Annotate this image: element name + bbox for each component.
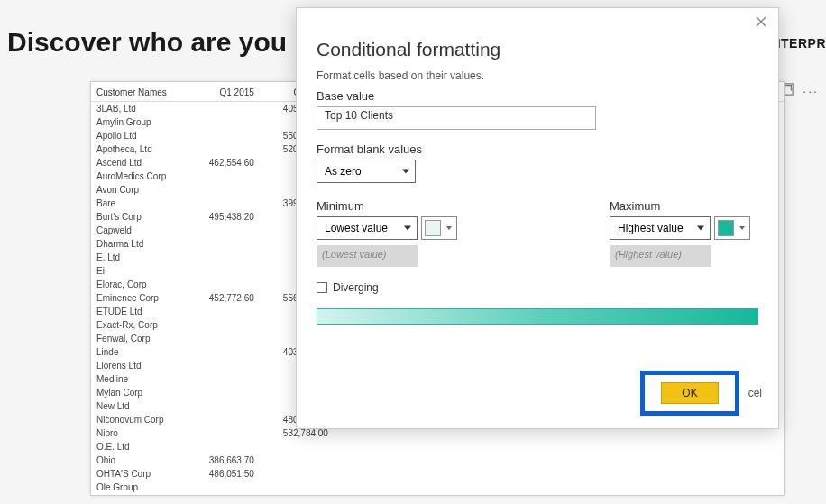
table-row[interactable]: OHTA'S Corp486,051.50 [91, 467, 784, 481]
dialog-title: Conditional formatting [317, 39, 758, 60]
chevron-down-icon [739, 226, 745, 230]
customer-name-cell: O.E. Ltd [91, 440, 186, 454]
column-header[interactable]: Customer Names [91, 82, 186, 102]
value-cell [186, 237, 260, 251]
diverging-checkbox[interactable]: Diverging [317, 281, 758, 294]
value-cell [186, 399, 260, 413]
ok-button[interactable]: OK [661, 382, 718, 404]
maximum-select[interactable]: Highest value [610, 216, 711, 240]
customer-name-cell: Burt's Corp [91, 210, 186, 224]
ok-button-highlight: OK [640, 371, 739, 416]
value-cell [186, 481, 260, 494]
table-row[interactable]: OUR Ltd443,962.10386,630.20 [91, 494, 784, 496]
table-row[interactable]: O.E. Ltd [91, 440, 784, 454]
customer-name-cell: E. Ltd [91, 251, 186, 264]
customer-name-cell: Elorac, Corp [91, 278, 186, 291]
value-cell [186, 251, 260, 264]
value-cell [482, 494, 555, 496]
value-cell [186, 170, 260, 183]
customer-name-cell: OHTA'S Corp [91, 467, 186, 481]
minimum-color-swatch [425, 220, 441, 236]
value-cell: 386,630.20 [260, 494, 334, 496]
customer-name-cell: 3LAB, Ltd [91, 102, 186, 116]
page-title: Discover who are you [7, 27, 287, 58]
minimum-input-disabled: (Lowest value) [317, 245, 418, 267]
table-row[interactable]: Ole Group [91, 481, 784, 494]
customer-name-cell: Niconovum Corp [91, 413, 186, 426]
value-cell [703, 440, 784, 454]
value-cell: 495,438.20 [186, 210, 260, 224]
customer-name-cell: Ohio [91, 454, 186, 467]
more-icon[interactable]: ··· [803, 84, 819, 98]
value-cell [186, 386, 260, 399]
value-cell [408, 481, 482, 494]
value-cell [334, 467, 408, 481]
value-cell: 386,663.70 [186, 454, 260, 467]
value-cell [186, 142, 260, 156]
value-cell: 486,051.50 [186, 467, 260, 481]
checkbox-icon [317, 282, 327, 293]
customer-name-cell: Capweld [91, 224, 186, 237]
column-header[interactable]: Q1 2015 [186, 82, 260, 102]
value-cell [703, 481, 784, 494]
value-cell [186, 129, 260, 142]
customer-name-cell: Ole Group [91, 481, 186, 494]
minimum-color-button[interactable] [421, 216, 457, 240]
value-cell [186, 426, 260, 440]
customer-name-cell: Exact-Rx, Corp [91, 318, 186, 332]
value-cell [703, 467, 784, 481]
close-icon[interactable] [755, 15, 769, 30]
base-value-field[interactable]: Top 10 Clients [317, 106, 596, 130]
value-cell [186, 264, 260, 278]
maximum-input-disabled: (Highest value) [610, 245, 711, 267]
value-cell [555, 467, 629, 481]
value-cell [260, 454, 334, 467]
gradient-preview [317, 308, 758, 325]
table-row[interactable]: Ohio386,663.70 [91, 454, 784, 467]
value-cell [334, 481, 408, 494]
cancel-button[interactable]: cel [748, 387, 762, 399]
value-cell: 462,554.60 [186, 156, 260, 170]
value-cell [629, 454, 703, 467]
customer-name-cell: Linde [91, 345, 186, 359]
customer-name-cell: Ascend Ltd [91, 156, 186, 170]
value-cell [260, 467, 334, 481]
chevron-down-icon [402, 170, 409, 174]
value-cell [186, 197, 260, 210]
base-value-label: Base value [317, 89, 758, 103]
value-cell [703, 494, 784, 496]
customer-name-cell: Eminence Corp [91, 291, 186, 305]
value-cell [186, 305, 260, 318]
maximum-color-button[interactable] [714, 216, 750, 240]
value-cell [334, 440, 408, 454]
value-cell [334, 454, 408, 467]
value-cell [482, 440, 555, 454]
customer-name-cell: Apotheca, Ltd [91, 142, 186, 156]
value-cell [186, 332, 260, 345]
value-cell [629, 440, 703, 454]
value-cell [482, 454, 555, 467]
value-cell [703, 454, 784, 467]
minimum-select[interactable]: Lowest value [317, 216, 418, 240]
value-cell [186, 183, 260, 197]
value-cell [629, 494, 703, 496]
minimum-label: Minimum [317, 199, 465, 213]
chevron-down-icon [446, 226, 452, 230]
value-cell [555, 454, 629, 467]
value-cell [555, 481, 629, 494]
value-cell [260, 440, 334, 454]
value-cell [482, 467, 555, 481]
value-cell [186, 372, 260, 386]
value-cell [408, 494, 482, 496]
customer-name-cell: AuroMedics Corp [91, 170, 186, 183]
value-cell [334, 494, 408, 496]
customer-name-cell: ETUDE Ltd [91, 305, 186, 318]
value-cell [408, 440, 482, 454]
customer-name-cell: Llorens Ltd [91, 359, 186, 372]
value-cell [629, 467, 703, 481]
maximum-value: Highest value [618, 222, 684, 234]
value-cell [186, 115, 260, 129]
customer-name-cell: OUR Ltd [91, 494, 186, 496]
format-blank-select[interactable]: As zero [317, 160, 416, 183]
chevron-down-icon [404, 226, 411, 231]
